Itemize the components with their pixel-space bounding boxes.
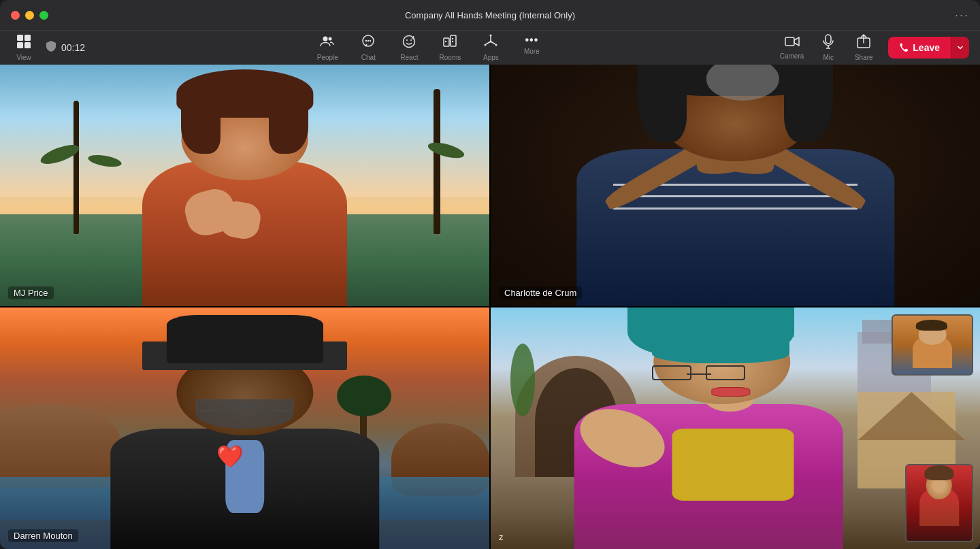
svg-point-5 <box>329 37 332 41</box>
traffic-lights <box>11 11 48 20</box>
toolbar-center: People Chat <box>85 31 774 64</box>
timer-display: 00:12 <box>61 42 85 53</box>
participant-name-mj: MJ Price <box>8 286 54 299</box>
svg-point-24 <box>485 44 487 46</box>
svg-point-11 <box>406 39 408 41</box>
participant-name-darren: Darren Mouton <box>8 529 78 542</box>
mic-icon <box>823 34 834 52</box>
apps-button[interactable]: Apps <box>473 31 508 64</box>
z-indicator: z <box>499 532 504 542</box>
svg-rect-3 <box>24 42 31 48</box>
svg-point-4 <box>323 37 328 41</box>
svg-rect-26 <box>826 35 831 44</box>
title-bar: Company All Hands Meeting (Internal Only… <box>0 0 980 30</box>
leave-button[interactable]: Leave <box>888 37 951 59</box>
svg-point-8 <box>368 40 369 41</box>
leave-label: Leave <box>913 42 940 53</box>
chevron-down-icon <box>957 44 964 51</box>
svg-rect-17 <box>452 41 453 42</box>
people-label: People <box>317 54 338 61</box>
svg-point-20 <box>490 35 492 37</box>
share-button[interactable]: Share <box>847 31 880 64</box>
chat-icon <box>361 34 376 52</box>
mic-label: Mic <box>823 54 834 61</box>
mic-button[interactable]: Mic <box>812 31 845 64</box>
apps-label: Apps <box>483 54 499 61</box>
react-icon <box>402 34 416 52</box>
svg-rect-25 <box>785 37 794 46</box>
view-button[interactable]: View <box>11 31 37 64</box>
view-label: View <box>16 54 31 61</box>
camera-button[interactable]: Camera <box>774 33 810 63</box>
minimize-button[interactable] <box>25 11 34 20</box>
participant-name-charlotte: Charlotte de Crum <box>499 286 582 299</box>
people-button[interactable]: People <box>310 31 345 64</box>
svg-rect-2 <box>17 42 23 48</box>
maximize-button[interactable] <box>39 11 48 20</box>
shield-icon <box>45 40 57 55</box>
chat-label: Chat <box>361 54 376 61</box>
svg-line-21 <box>491 41 495 44</box>
video-grid: MJ Price Charlotte de Crum <box>0 65 980 549</box>
meeting-timer-area: 00:12 <box>45 40 85 55</box>
svg-line-23 <box>486 41 491 44</box>
toolbar-left: View 00:12 <box>11 31 85 64</box>
camera-label: Camera <box>780 52 804 60</box>
svg-point-12 <box>410 39 412 41</box>
people-icon <box>320 34 335 52</box>
more-label: More <box>524 48 540 55</box>
svg-point-9 <box>370 40 371 41</box>
react-button[interactable]: React <box>391 31 427 64</box>
toolbar: View 00:12 People <box>0 30 980 65</box>
svg-rect-15 <box>445 41 446 42</box>
video-tile-mj-price: MJ Price <box>0 65 489 306</box>
grid-icon <box>16 34 31 52</box>
svg-point-7 <box>365 40 367 41</box>
toolbar-right: Camera Mic Share <box>774 31 969 64</box>
share-icon <box>857 34 870 52</box>
camera-icon <box>785 35 800 51</box>
more-button[interactable]: ••• More <box>514 31 549 64</box>
phone-icon <box>899 43 909 52</box>
rooms-label: Rooms <box>440 54 461 61</box>
chat-button[interactable]: Chat <box>350 31 386 64</box>
more-icon: ••• <box>525 34 538 46</box>
svg-rect-0 <box>17 35 23 41</box>
react-label: React <box>400 54 418 61</box>
share-label: Share <box>855 54 873 61</box>
close-button[interactable] <box>11 11 20 20</box>
window-title: Company All Hands Meeting (Internal Only… <box>405 10 575 20</box>
svg-rect-16 <box>452 38 453 39</box>
svg-rect-1 <box>24 35 31 41</box>
pip-thumbnail <box>905 464 973 542</box>
video-tile-darren: ❤️ Darren Mouton <box>0 307 489 549</box>
video-tile-speaker: z <box>491 307 980 549</box>
rooms-button[interactable]: Rooms <box>432 31 468 64</box>
more-options-icon[interactable]: ··· <box>955 8 969 22</box>
apps-icon <box>483 34 498 52</box>
rooms-icon <box>442 34 457 52</box>
svg-point-22 <box>495 44 497 46</box>
pip-thumbnail-2 <box>892 314 973 376</box>
leave-chevron-button[interactable] <box>951 37 969 59</box>
video-tile-charlotte: Charlotte de Crum <box>491 65 980 306</box>
